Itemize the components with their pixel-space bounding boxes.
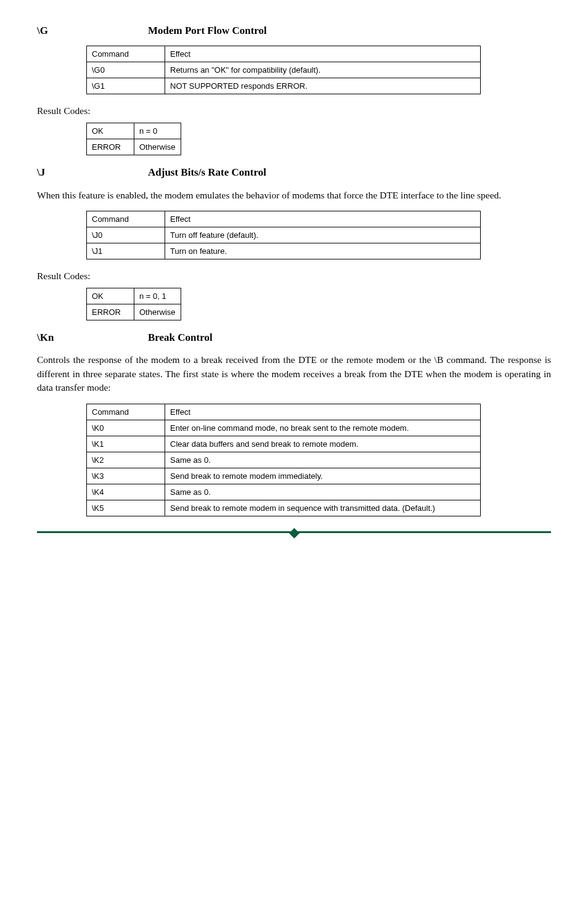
table-row: \K2 Same as 0. [87,452,481,468]
cell-cmd: \G1 [87,78,165,94]
table-row: \J0 Turn off feature (default). [87,227,481,243]
cell-eff: Clear data buffers and send break to rem… [165,436,481,452]
section-g-header: \G Modem Port Flow Control [37,25,551,37]
table-row: \G0 Returns an "OK" for compatibility (d… [87,62,481,78]
header-effect: Effect [165,404,481,420]
table-row: \J1 Turn on feature. [87,243,481,259]
cell-eff: Enter on-line command mode, no break sen… [165,420,481,436]
table-row: ERROR Otherwise [87,304,181,320]
g-effect-table: Command Effect \G0 Returns an "OK" for c… [86,46,481,94]
table-header-row: Command Effect [87,404,481,420]
table-row: OK n = 0, 1 [87,288,181,304]
command-title: Modem Port Flow Control [148,25,267,37]
cell-cmd: \K5 [87,500,165,516]
table-row: \K4 Same as 0. [87,484,481,500]
cell-cmd: \K3 [87,468,165,484]
cell-code: OK [87,123,134,139]
table-row: \K3 Send break to remote modem immediate… [87,468,481,484]
cell-cond: Otherwise [134,139,181,155]
cell-eff: Same as 0. [165,484,481,500]
header-effect: Effect [165,211,481,227]
cell-eff: Same as 0. [165,452,481,468]
table-row: \K0 Enter on-line command mode, no break… [87,420,481,436]
table-row: \K1 Clear data buffers and send break to… [87,436,481,452]
section-j-header: \J Adjust Bits/s Rate Control [37,166,551,179]
table-header-row: Command Effect [87,46,481,62]
cell-cond: n = 0 [134,123,181,139]
table-row: \K5 Send break to remote modem in sequen… [87,500,481,516]
command-title: Adjust Bits/s Rate Control [148,166,266,179]
cell-code: ERROR [87,304,134,320]
table-header-row: Command Effect [87,211,481,227]
cell-cmd: \K1 [87,436,165,452]
section-k-header: \Kn Break Control [37,332,551,344]
header-command: Command [87,211,165,227]
g-result-table: OK n = 0 ERROR Otherwise [86,123,181,155]
header-command: Command [87,46,165,62]
diamond-icon: ◆ [37,526,551,539]
j-body-text: When this feature is enabled, the modem … [37,189,551,202]
k-effect-table: Command Effect \K0 Enter on-line command… [86,404,481,516]
result-codes-label: Result Codes: [37,105,551,116]
cell-eff: Turn on feature. [165,243,481,259]
cell-cmd: \K4 [87,484,165,500]
cell-cmd: \K2 [87,452,165,468]
cell-eff: Returns an "OK" for compatibility (defau… [165,62,481,78]
cell-cmd: \K0 [87,420,165,436]
result-codes-label: Result Codes: [37,271,551,282]
cell-code: OK [87,288,134,304]
table-row: ERROR Otherwise [87,139,181,155]
cell-eff: Send break to remote modem in sequence w… [165,500,481,516]
command-key: \Kn [37,332,148,344]
cell-code: ERROR [87,139,134,155]
page-footer: ◆ [37,531,551,539]
cell-eff: Send break to remote modem immediately. [165,468,481,484]
header-effect: Effect [165,46,481,62]
table-row: OK n = 0 [87,123,181,139]
cell-cmd: \J1 [87,243,165,259]
command-key: \J [37,166,148,179]
cell-cond: Otherwise [134,304,181,320]
cell-cond: n = 0, 1 [134,288,181,304]
j-effect-table: Command Effect \J0 Turn off feature (def… [86,211,481,259]
j-result-table: OK n = 0, 1 ERROR Otherwise [86,288,181,320]
table-row: \G1 NOT SUPPORTED responds ERROR. [87,78,481,94]
cell-eff: NOT SUPPORTED responds ERROR. [165,78,481,94]
k-body-text: Controls the response of the modem to a … [37,353,551,394]
header-command: Command [87,404,165,420]
cell-cmd: \G0 [87,62,165,78]
command-title: Break Control [148,332,213,344]
command-key: \G [37,25,148,37]
cell-eff: Turn off feature (default). [165,227,481,243]
cell-cmd: \J0 [87,227,165,243]
